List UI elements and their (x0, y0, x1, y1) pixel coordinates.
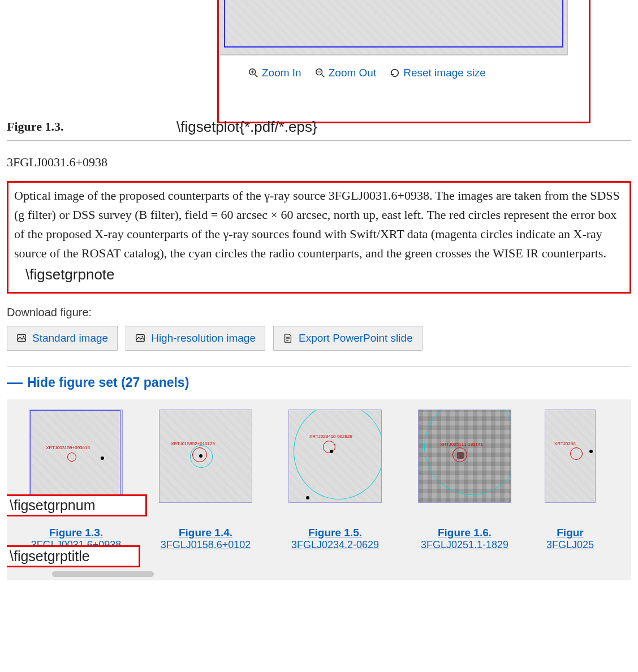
panel-5[interactable]: XRTJ0258 Figur 3FGLJ025 (542, 410, 598, 551)
cyan-circle (424, 410, 511, 495)
cyan-circle (294, 410, 382, 499)
panel-1[interactable]: XRTJ003159+093615 Figure 1.3. 3FGLJ0031.… (24, 410, 128, 551)
zoom-controls: Zoom In Zoom Out Reset image size (248, 67, 486, 79)
hide-figure-set-toggle[interactable]: — Hide figure set (27 panels) (7, 367, 631, 390)
figsetgrptitle-annotation: \figsetgrptitle (7, 545, 140, 567)
hires-image-button[interactable]: High-resolution image (126, 326, 265, 351)
xrt-label: XRTJ023410-062829 (309, 434, 352, 439)
xrt-label: XRTJ003159+093615 (46, 445, 90, 450)
export-ppt-label: Export PowerPoint slide (299, 332, 413, 344)
zoom-out-label: Zoom Out (329, 67, 376, 79)
figure-number: Figure 1.3. (7, 119, 63, 134)
zoom-in-link[interactable]: Zoom In (248, 67, 301, 79)
refresh-icon (390, 68, 400, 78)
svg-line-5 (321, 75, 324, 77)
xrt-label: XRTJ025111-183141 (440, 442, 483, 447)
export-ppt-button[interactable]: Export PowerPoint slide (273, 326, 423, 351)
figure-set-strip: XRTJ003159+093615 Figure 1.3. 3FGLJ0031.… (7, 399, 631, 580)
download-label: Download figure: (7, 306, 631, 319)
panel-fig-link[interactable]: Figure 1.5. (283, 527, 387, 539)
hide-label-count: (27 panels) (121, 375, 189, 390)
red-circle (570, 447, 583, 460)
panel-row: XRTJ003159+093615 Figure 1.3. 3FGLJ0031.… (24, 410, 598, 551)
divider (7, 140, 631, 141)
figure-caption-box: Optical image of the proposed counterpar… (7, 181, 631, 294)
image-icon (135, 333, 145, 343)
panel-title-link[interactable]: 3FGLJ025 (546, 539, 594, 550)
red-circle (67, 453, 76, 462)
zoom-in-icon (248, 68, 258, 78)
hires-image-label: High-resolution image (151, 332, 256, 344)
zoom-out-icon (315, 68, 325, 78)
panel-title-link[interactable]: 3FGLJ0234.2-0629 (291, 539, 379, 550)
panel-2[interactable]: XRTJ015852+010129 Figure 1.4. 3FGLJ0158.… (153, 410, 258, 551)
panel-fig-link[interactable]: Figure 1.3. (24, 527, 128, 539)
minus-icon: — (7, 378, 23, 387)
panel-fig-link[interactable]: Figure 1.6. (412, 527, 517, 539)
reset-zoom-link[interactable]: Reset image size (390, 67, 486, 79)
zoom-out-link[interactable]: Zoom Out (315, 67, 376, 79)
horizontal-scrollbar[interactable] (52, 571, 154, 577)
svg-rect-9 (136, 334, 144, 341)
svg-rect-7 (18, 334, 25, 341)
xrt-label: XRTJ0258 (554, 441, 576, 446)
figure-caption-text: Optical image of the proposed counterpar… (14, 188, 620, 260)
reset-zoom-label: Reset image size (403, 67, 486, 79)
panel-fig-link[interactable]: Figure 1.4. (153, 527, 258, 539)
figsetplot-annotation: \figsetplot{*.pdf/*.eps} (176, 118, 317, 136)
standard-image-label: Standard image (32, 332, 108, 344)
zoom-in-label: Zoom In (262, 67, 301, 79)
svg-point-8 (23, 335, 24, 337)
download-buttons: Standard image High-resolution image Exp… (7, 326, 631, 351)
red-circle (323, 441, 335, 453)
panel-fig-link[interactable]: Figur (542, 527, 598, 539)
panel-4[interactable]: XRTJ025111-183141 Figure 1.6. 3FGLJ0251.… (412, 410, 517, 551)
panel-title-link[interactable]: 3FGLJ0251.1-1829 (421, 539, 508, 550)
figure-title: 3FGLJ0031.6+0938 (7, 155, 631, 170)
panel-title-link[interactable]: 3FGLJ0158.6+0102 (161, 539, 251, 550)
figsetplot-annotation-box (217, 0, 590, 123)
svg-point-10 (142, 335, 143, 337)
panel-3[interactable]: XRTJ023410-062829 Figure 1.5. 3FGLJ0234.… (283, 410, 387, 551)
svg-line-1 (255, 75, 258, 77)
hide-label-prefix: Hide figure set (27, 375, 121, 390)
figsetgrpnum-annotation: \figsetgrpnum (7, 494, 147, 516)
standard-image-button[interactable]: Standard image (7, 326, 118, 351)
figsetgrpnote-annotation: \figsetgrpnote (25, 266, 115, 283)
document-icon (283, 333, 293, 343)
image-icon (16, 333, 27, 343)
xrt-label: XRTJ015852+010129 (171, 441, 215, 446)
